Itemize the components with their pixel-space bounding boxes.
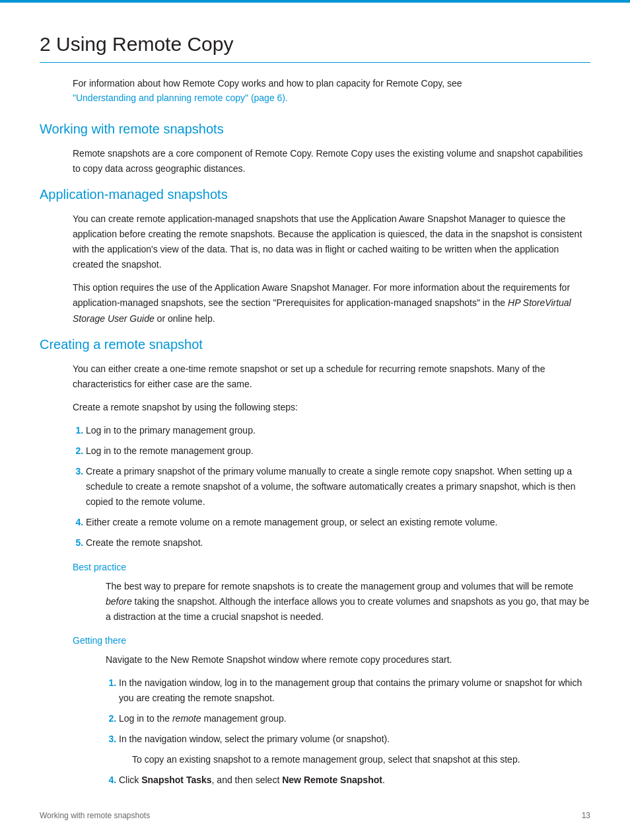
- new-remote-snapshot-bold: New Remote Snapshot: [282, 775, 382, 785]
- creating-step-4: Either create a remote volume on a remot…: [86, 515, 590, 530]
- getting-there-steps-list: In the navigation window, log in to the …: [119, 675, 590, 788]
- getting-there-step-4: Click Snapshot Tasks, and then select Ne…: [119, 773, 590, 788]
- step3-note: To copy an existing snapshot to a remote…: [132, 752, 590, 767]
- section-heading-creating: Creating a remote snapshot: [40, 337, 590, 352]
- step3-text: In the navigation window, select the pri…: [119, 734, 390, 744]
- creating-paragraph-1: You can either create a one-time remote …: [73, 362, 590, 392]
- creating-step-5: Create the remote snapshot.: [86, 535, 590, 551]
- subsection-heading-getting-there: Getting there: [73, 635, 590, 646]
- remote-italic: remote: [172, 713, 201, 724]
- book-title-italic: HP StoreVirtual Storage User Guide: [73, 297, 571, 323]
- page-container: 2 Using Remote Copy For information abou…: [0, 0, 630, 840]
- getting-there-step-1: In the navigation window, log in to the …: [119, 675, 590, 706]
- app-managed-paragraph-1: You can create remote application-manage…: [73, 211, 590, 272]
- chapter-title: 2 Using Remote Copy: [40, 33, 590, 63]
- section-heading-working: Working with remote snapshots: [40, 122, 590, 137]
- creating-paragraph-2: Create a remote snapshot by using the fo…: [73, 400, 590, 415]
- getting-there-step-3: In the navigation window, select the pri…: [119, 732, 590, 767]
- intro-link[interactable]: "Understanding and planning remote copy"…: [73, 93, 288, 103]
- before-italic: before: [106, 596, 132, 607]
- getting-there-step-2: Log in to the remote management group.: [119, 711, 590, 726]
- best-practice-content: The best way to prepare for remote snaps…: [106, 579, 590, 625]
- section-content-creating: You can either create a one-time remote …: [73, 362, 590, 788]
- creating-steps-list: Log in to the primary management group. …: [86, 423, 590, 551]
- section-content-working: Remote snapshots are a core component of…: [73, 146, 590, 176]
- section-content-app-managed: You can create remote application-manage…: [73, 211, 590, 326]
- getting-there-paragraph: Navigate to the New Remote Snapshot wind…: [106, 652, 590, 668]
- creating-step-1: Log in to the primary management group.: [86, 423, 590, 438]
- intro-paragraph: For information about how Remote Copy wo…: [73, 76, 590, 106]
- footer-section-name: Working with remote snapshots: [40, 811, 150, 820]
- app-managed-paragraph-2: This option requires the use of the Appl…: [73, 280, 590, 326]
- intro-text-content: For information about how Remote Copy wo…: [73, 78, 462, 89]
- snapshot-tasks-bold: Snapshot Tasks: [141, 775, 211, 785]
- top-border: [0, 0, 630, 3]
- page-footer: Working with remote snapshots 13: [40, 811, 590, 820]
- working-paragraph-1: Remote snapshots are a core component of…: [73, 146, 590, 176]
- section-heading-app-managed: Application-managed snapshots: [40, 187, 590, 202]
- creating-step-3: Create a primary snapshot of the primary…: [86, 464, 590, 510]
- creating-step-2: Log in to the remote management group.: [86, 443, 590, 459]
- footer-page-number: 13: [582, 811, 590, 820]
- getting-there-content: Navigate to the New Remote Snapshot wind…: [106, 652, 590, 788]
- best-practice-paragraph: The best way to prepare for remote snaps…: [106, 579, 590, 625]
- subsection-heading-best-practice: Best practice: [73, 562, 590, 572]
